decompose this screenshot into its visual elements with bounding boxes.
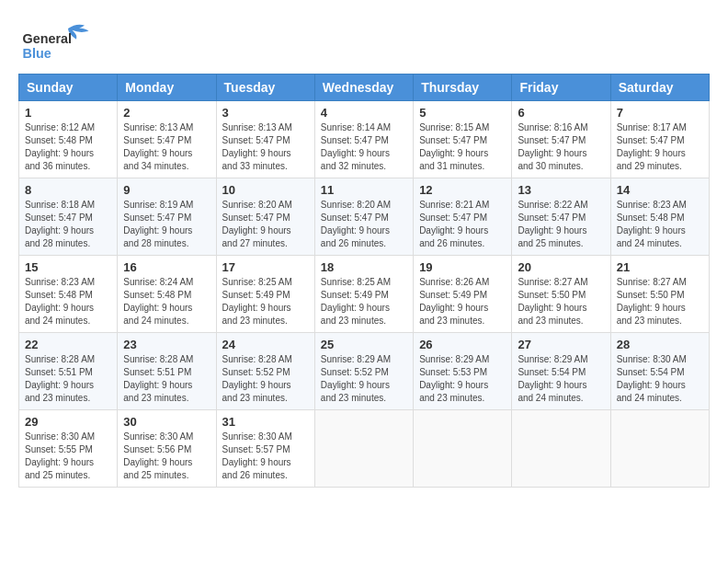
- calendar-day-cell: 4 Sunrise: 8:14 AMSunset: 5:47 PMDayligh…: [314, 101, 413, 178]
- calendar-day-cell: [512, 410, 610, 488]
- calendar-day-cell: 7 Sunrise: 8:17 AMSunset: 5:47 PMDayligh…: [610, 101, 709, 178]
- day-of-week-header: Wednesday: [314, 75, 413, 101]
- calendar-day-cell: 24 Sunrise: 8:28 AMSunset: 5:52 PMDaylig…: [216, 333, 314, 410]
- calendar-day-cell: [314, 410, 413, 488]
- svg-text:General: General: [23, 31, 73, 46]
- logo: General Blue: [18, 18, 101, 64]
- day-info: Sunrise: 8:20 AMSunset: 5:47 PMDaylight:…: [321, 199, 407, 250]
- calendar-day-cell: 8 Sunrise: 8:18 AMSunset: 5:47 PMDayligh…: [19, 178, 118, 256]
- day-info: Sunrise: 8:19 AMSunset: 5:47 PMDaylight:…: [123, 199, 210, 250]
- day-number: 19: [419, 260, 506, 274]
- day-info: Sunrise: 8:13 AMSunset: 5:47 PMDaylight:…: [123, 121, 210, 173]
- calendar-day-cell: 25 Sunrise: 8:29 AMSunset: 5:52 PMDaylig…: [314, 333, 413, 410]
- calendar-day-cell: 22 Sunrise: 8:28 AMSunset: 5:51 PMDaylig…: [19, 333, 118, 410]
- day-number: 6: [518, 106, 604, 120]
- day-info: Sunrise: 8:22 AMSunset: 5:47 PMDaylight:…: [518, 199, 604, 250]
- day-number: 25: [321, 338, 407, 351]
- calendar: SundayMondayTuesdayWednesdayThursdayFrid…: [18, 74, 710, 488]
- day-info: Sunrise: 8:27 AMSunset: 5:50 PMDaylight:…: [518, 276, 604, 327]
- svg-text:Blue: Blue: [23, 46, 51, 61]
- day-number: 14: [617, 183, 703, 197]
- day-number: 8: [25, 183, 111, 197]
- day-info: Sunrise: 8:26 AMSunset: 5:49 PMDaylight:…: [419, 276, 506, 327]
- day-info: Sunrise: 8:29 AMSunset: 5:52 PMDaylight:…: [321, 353, 407, 405]
- calendar-day-cell: 9 Sunrise: 8:19 AMSunset: 5:47 PMDayligh…: [118, 178, 216, 256]
- calendar-day-cell: 6 Sunrise: 8:16 AMSunset: 5:47 PMDayligh…: [512, 101, 610, 178]
- day-number: 17: [222, 260, 309, 274]
- day-info: Sunrise: 8:14 AMSunset: 5:47 PMDaylight:…: [321, 121, 407, 173]
- day-number: 9: [123, 183, 210, 197]
- calendar-day-cell: 11 Sunrise: 8:20 AMSunset: 5:47 PMDaylig…: [314, 178, 413, 256]
- calendar-week-row: 8 Sunrise: 8:18 AMSunset: 5:47 PMDayligh…: [19, 178, 710, 256]
- calendar-day-cell: 14 Sunrise: 8:23 AMSunset: 5:48 PMDaylig…: [610, 178, 709, 256]
- day-number: 11: [321, 183, 407, 197]
- calendar-day-cell: 3 Sunrise: 8:13 AMSunset: 5:47 PMDayligh…: [216, 101, 314, 178]
- day-of-week-header: Thursday: [414, 75, 512, 101]
- day-number: 28: [617, 338, 703, 351]
- day-number: 26: [419, 338, 506, 351]
- calendar-week-row: 1 Sunrise: 8:12 AMSunset: 5:48 PMDayligh…: [19, 101, 710, 178]
- day-info: Sunrise: 8:29 AMSunset: 5:53 PMDaylight:…: [419, 353, 506, 405]
- day-number: 29: [25, 415, 111, 429]
- day-info: Sunrise: 8:28 AMSunset: 5:51 PMDaylight:…: [123, 353, 210, 405]
- day-info: Sunrise: 8:25 AMSunset: 5:49 PMDaylight:…: [321, 276, 407, 327]
- day-info: Sunrise: 8:25 AMSunset: 5:49 PMDaylight:…: [222, 276, 309, 327]
- day-number: 27: [518, 338, 604, 351]
- day-number: 23: [123, 338, 210, 351]
- calendar-body: 1 Sunrise: 8:12 AMSunset: 5:48 PMDayligh…: [19, 101, 710, 488]
- day-info: Sunrise: 8:28 AMSunset: 5:51 PMDaylight:…: [25, 353, 111, 405]
- day-of-week-header: Saturday: [610, 75, 709, 101]
- calendar-day-cell: 16 Sunrise: 8:24 AMSunset: 5:48 PMDaylig…: [118, 256, 216, 333]
- calendar-day-cell: 13 Sunrise: 8:22 AMSunset: 5:47 PMDaylig…: [512, 178, 610, 256]
- day-info: Sunrise: 8:30 AMSunset: 5:57 PMDaylight:…: [222, 431, 309, 482]
- day-number: 30: [123, 415, 210, 429]
- calendar-day-cell: 15 Sunrise: 8:23 AMSunset: 5:48 PMDaylig…: [19, 256, 118, 333]
- day-number: 24: [222, 338, 309, 351]
- day-number: 16: [123, 260, 210, 274]
- calendar-day-cell: 27 Sunrise: 8:29 AMSunset: 5:54 PMDaylig…: [512, 333, 610, 410]
- day-of-week-header: Monday: [118, 75, 216, 101]
- calendar-day-cell: [610, 410, 709, 488]
- calendar-week-row: 15 Sunrise: 8:23 AMSunset: 5:48 PMDaylig…: [19, 256, 710, 333]
- day-number: 22: [25, 338, 111, 351]
- day-number: 13: [518, 183, 604, 197]
- calendar-day-cell: 20 Sunrise: 8:27 AMSunset: 5:50 PMDaylig…: [512, 256, 610, 333]
- day-number: 5: [419, 106, 506, 120]
- day-number: 2: [123, 106, 210, 120]
- calendar-day-cell: 30 Sunrise: 8:30 AMSunset: 5:56 PMDaylig…: [118, 410, 216, 488]
- calendar-day-cell: [414, 410, 512, 488]
- day-number: 4: [321, 106, 407, 120]
- day-number: 3: [222, 106, 309, 120]
- day-info: Sunrise: 8:30 AMSunset: 5:55 PMDaylight:…: [25, 431, 111, 482]
- calendar-day-cell: 12 Sunrise: 8:21 AMSunset: 5:47 PMDaylig…: [414, 178, 512, 256]
- day-info: Sunrise: 8:17 AMSunset: 5:47 PMDaylight:…: [617, 121, 703, 173]
- day-of-week-header: Friday: [512, 75, 610, 101]
- calendar-week-row: 29 Sunrise: 8:30 AMSunset: 5:55 PMDaylig…: [19, 410, 710, 488]
- day-info: Sunrise: 8:18 AMSunset: 5:47 PMDaylight:…: [25, 199, 111, 250]
- calendar-day-cell: 26 Sunrise: 8:29 AMSunset: 5:53 PMDaylig…: [414, 333, 512, 410]
- day-number: 12: [419, 183, 506, 197]
- day-info: Sunrise: 8:12 AMSunset: 5:48 PMDaylight:…: [25, 121, 111, 173]
- calendar-day-cell: 28 Sunrise: 8:30 AMSunset: 5:54 PMDaylig…: [610, 333, 709, 410]
- calendar-day-cell: 29 Sunrise: 8:30 AMSunset: 5:55 PMDaylig…: [19, 410, 118, 488]
- day-number: 15: [25, 260, 111, 274]
- day-number: 18: [321, 260, 407, 274]
- day-number: 10: [222, 183, 309, 197]
- day-info: Sunrise: 8:30 AMSunset: 5:54 PMDaylight:…: [617, 353, 703, 405]
- day-info: Sunrise: 8:28 AMSunset: 5:52 PMDaylight:…: [222, 353, 309, 405]
- day-of-week-header: Tuesday: [216, 75, 314, 101]
- logo-svg: General Blue: [18, 18, 101, 64]
- calendar-day-cell: 2 Sunrise: 8:13 AMSunset: 5:47 PMDayligh…: [118, 101, 216, 178]
- day-info: Sunrise: 8:15 AMSunset: 5:47 PMDaylight:…: [419, 121, 506, 173]
- calendar-day-cell: 21 Sunrise: 8:27 AMSunset: 5:50 PMDaylig…: [610, 256, 709, 333]
- day-number: 20: [518, 260, 604, 274]
- calendar-day-cell: 19 Sunrise: 8:26 AMSunset: 5:49 PMDaylig…: [414, 256, 512, 333]
- day-info: Sunrise: 8:29 AMSunset: 5:54 PMDaylight:…: [518, 353, 604, 405]
- day-info: Sunrise: 8:20 AMSunset: 5:47 PMDaylight:…: [222, 199, 309, 250]
- calendar-day-cell: 18 Sunrise: 8:25 AMSunset: 5:49 PMDaylig…: [314, 256, 413, 333]
- calendar-week-row: 22 Sunrise: 8:28 AMSunset: 5:51 PMDaylig…: [19, 333, 710, 410]
- day-number: 21: [617, 260, 703, 274]
- calendar-day-cell: 23 Sunrise: 8:28 AMSunset: 5:51 PMDaylig…: [118, 333, 216, 410]
- day-info: Sunrise: 8:13 AMSunset: 5:47 PMDaylight:…: [222, 121, 309, 173]
- calendar-header-row: SundayMondayTuesdayWednesdayThursdayFrid…: [19, 75, 710, 101]
